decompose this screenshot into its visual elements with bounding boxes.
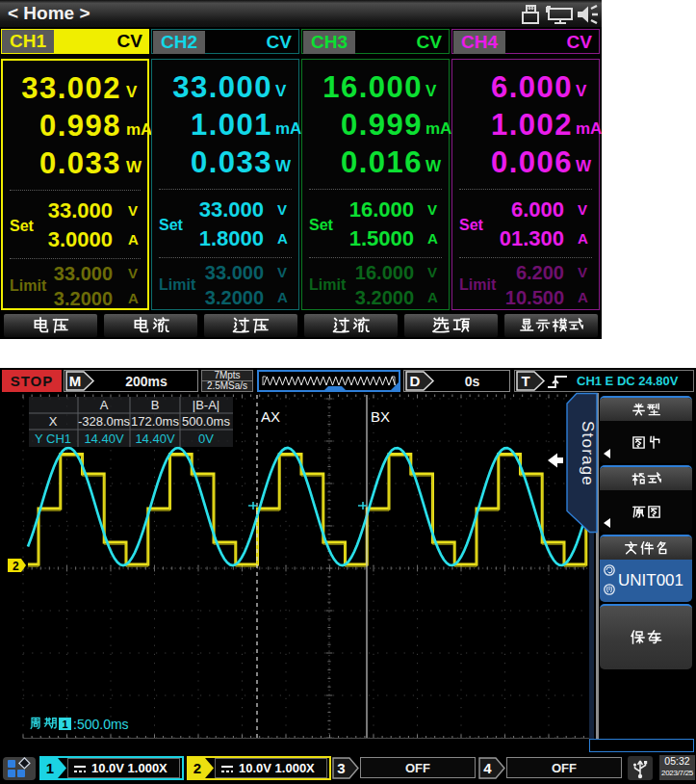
svg-text:AX: AX [261, 408, 280, 425]
svg-text:14.40V: 14.40V [84, 431, 124, 446]
svg-text:1: 1 [62, 719, 67, 730]
svg-text:-328.0ms: -328.0ms [78, 414, 131, 429]
svg-text:D: D [410, 373, 421, 389]
svg-text:2: 2 [193, 760, 201, 776]
svg-text:Y CH1: Y CH1 [35, 431, 71, 446]
svg-text:A: A [100, 398, 109, 412]
svg-text:|B-A|: |B-A| [193, 398, 219, 412]
svg-text:172.0ms: 172.0ms [131, 414, 179, 429]
svg-text:X: X [49, 414, 58, 429]
svg-text:500.0ms: 500.0ms [182, 414, 230, 429]
svg-text:T: T [521, 373, 529, 389]
svg-text:BX: BX [371, 408, 390, 425]
svg-text:0V: 0V [198, 431, 214, 446]
svg-text:3: 3 [337, 760, 345, 776]
svg-text:M: M [69, 373, 82, 389]
svg-text::500.0ms: :500.0ms [73, 717, 129, 732]
svg-text:14.40V: 14.40V [135, 431, 175, 446]
svg-text:B: B [151, 398, 160, 412]
svg-text:Storage: Storage [579, 421, 597, 486]
svg-text:1: 1 [46, 760, 54, 776]
svg-text:4: 4 [483, 760, 492, 776]
svg-text:2: 2 [13, 560, 19, 573]
